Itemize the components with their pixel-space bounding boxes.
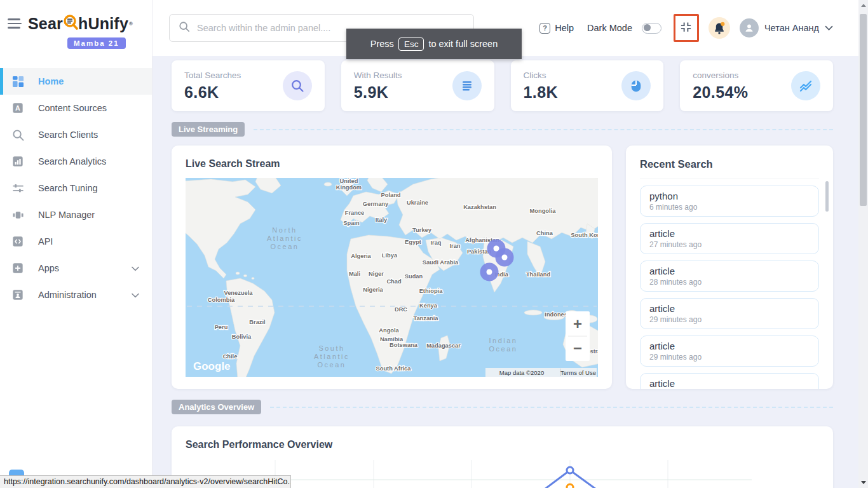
country-label: UnitedKingdom [336, 178, 362, 191]
recent-time: 28 minutes ago [649, 278, 810, 287]
scrollbar-thumb[interactable] [860, 14, 867, 206]
hamburger-menu-icon[interactable] [8, 18, 22, 29]
main-area: ? Help Dark Mode [153, 0, 858, 488]
search-location-marker[interactable] [496, 248, 514, 267]
country-label: Iraq [430, 240, 441, 246]
ocean-label: NorthAtlanticOcean [267, 226, 302, 250]
search-icon [283, 71, 312, 100]
section-badge: Analytics Overview [172, 400, 261, 414]
card-title: Recent Search [640, 158, 819, 179]
sidebar-item-content-sources[interactable]: AContent Sources [0, 95, 152, 121]
trend-icon [791, 71, 820, 100]
country-label: Angola [379, 327, 399, 334]
recent-search-item[interactable]: article29 minutes ago [640, 373, 819, 389]
map-zoom-control: + − [566, 311, 590, 361]
section-analytics-overview: Analytics Overview [172, 400, 833, 414]
map-attribution: Map data ©2020 [499, 369, 544, 376]
recent-search-item[interactable]: article29 minutes ago [640, 336, 819, 367]
sidebar: Sear hUnify ® Mamba 21 HomeAContent Sour… [0, 0, 153, 488]
page-scrollbar[interactable] [858, 0, 868, 488]
stat-value: 20.54% [693, 83, 748, 102]
sidebar-item-search-clients[interactable]: Search Clients [0, 121, 152, 148]
ocean-label: IndianOcean [489, 337, 518, 353]
country-label: Sudan [405, 273, 423, 280]
live-search-stream-card: Live Search Stream NorthAtlanticOceanSou… [172, 146, 612, 389]
sidebar-item-search-tuning[interactable]: Search Tuning [0, 175, 152, 201]
world-map[interactable]: NorthAtlanticOceanSouthAtlanticOceanIndi… [186, 178, 598, 377]
brand-text-pre: Sear [28, 15, 63, 33]
sidebar-item-label: Search Tuning [38, 183, 98, 193]
recent-search-item[interactable]: python6 minutes ago [640, 186, 819, 217]
stats-row: Total Searches6.6KWith Results5.9KClicks… [172, 60, 833, 111]
country-label: Iran [449, 243, 460, 249]
data-point-marker [567, 484, 573, 488]
card-title: Search Performance Overview [172, 439, 833, 451]
list-icon [452, 71, 482, 100]
search-location-marker[interactable] [480, 263, 499, 281]
chevron-down-icon [825, 22, 833, 34]
recent-query: article [649, 341, 810, 351]
recent-search-item[interactable]: article29 minutes ago [640, 298, 819, 329]
sidebar-item-apps[interactable]: Apps [0, 255, 152, 281]
sidebar-item-label: Apps [38, 263, 59, 273]
sidebar-item-label: API [38, 236, 53, 247]
recent-time: 29 minutes ago [649, 315, 810, 324]
brand-text-post: hUnify [78, 15, 128, 33]
recent-search-item[interactable]: article28 minutes ago [640, 261, 819, 292]
stat-label: conversions [693, 71, 748, 80]
sidebar-item-search-analytics[interactable]: Search Analytics [0, 148, 152, 175]
country-label: Libya [382, 252, 398, 259]
avatar [740, 18, 759, 37]
sidebar-item-label: Administration [38, 290, 97, 300]
country-label: Botswana [390, 342, 418, 348]
chevron-down-icon [132, 290, 139, 300]
toast-press: Press [370, 39, 394, 49]
country-label: Colombia [208, 297, 235, 303]
sidebar-item-label: NLP Manager [38, 210, 95, 220]
country-label: Algeria [351, 253, 371, 259]
recent-query: article [649, 228, 810, 239]
user-menu[interactable]: Четан Ананд [740, 18, 833, 37]
nlp-manager-icon [11, 208, 24, 221]
country-label: Chile [223, 353, 238, 360]
stat-card-total-searches: Total Searches6.6K [172, 60, 325, 111]
toast-rest: to exit full screen [428, 39, 498, 49]
exit-fullscreen-button[interactable] [674, 14, 699, 42]
country-label: Brazil [249, 319, 265, 325]
sidebar-item-home[interactable]: Home [0, 68, 152, 95]
recent-search-item[interactable]: article27 minutes ago [640, 223, 819, 254]
dark-mode-label: Dark Mode [587, 23, 632, 33]
dark-mode-toggle[interactable] [642, 23, 661, 34]
sidebar-item-nlp-manager[interactable]: NLP Manager [0, 201, 152, 228]
scroll-down-arrow[interactable] [858, 477, 868, 488]
recent-time: 29 minutes ago [649, 353, 810, 362]
country-label: South Africa [376, 365, 412, 372]
search-analytics-icon [11, 155, 24, 168]
help-label: Help [555, 23, 574, 33]
sidebar-item-administration[interactable]: Administration [0, 281, 152, 308]
content-sources-icon: A [11, 102, 24, 114]
bell-icon [713, 22, 726, 35]
zoom-in-button[interactable]: + [573, 315, 582, 332]
country-label: Tanzania [413, 315, 438, 322]
country-label: Turkey [412, 227, 432, 233]
country-label: Niger [369, 271, 384, 277]
recent-list-scrollbar[interactable] [825, 181, 829, 212]
country-label: China [536, 230, 553, 236]
google-logo: Google [193, 360, 231, 372]
country-label: Ukraine [407, 200, 428, 206]
country-label: Spain [343, 220, 360, 226]
help-button[interactable]: ? Help [539, 23, 574, 34]
sidebar-item-api[interactable]: API [0, 228, 152, 255]
scroll-up-arrow[interactable] [858, 0, 868, 11]
ocean-label: SouthAtlanticOcean [314, 344, 349, 369]
zoom-out-button[interactable]: − [573, 339, 582, 356]
recent-time: 6 minutes ago [649, 203, 810, 212]
notifications-button[interactable] [709, 17, 730, 39]
search-icon [179, 21, 190, 35]
terms-of-use-link[interactable]: Terms of Use [560, 369, 596, 376]
data-point-marker [567, 467, 573, 473]
svg-text:A: A [15, 104, 20, 112]
country-label: Germany [363, 201, 389, 207]
country-label: DRC [395, 306, 407, 313]
